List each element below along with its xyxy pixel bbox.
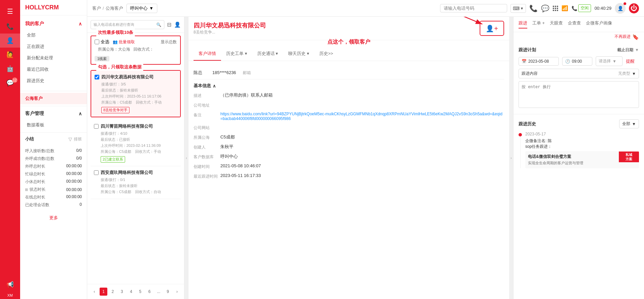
customer-mgmt-title[interactable]: 客户管理 ∧ [20, 108, 87, 119]
my-customers-title[interactable]: 我的客户 ∧ [20, 18, 87, 29]
nav-public-customers[interactable]: 公海客户 [20, 93, 87, 104]
nav-person-icon[interactable]: 👤 [0, 34, 20, 48]
left-nav-panel: HOLLYCRM 我的客户 ∧ 全部 正在跟进 新分配未处理 最近已回收 跟进历… [20, 0, 87, 299]
customer-item-2-header: 四川菁苗网络科技有限公司 [94, 123, 177, 129]
info-row-last-follow: 最近跟进时间 2023-05-11 16:17:33 [194, 173, 504, 179]
right-tab-tianyan[interactable]: 天眼查 [550, 20, 563, 28]
page-9[interactable]: 9 [164, 288, 171, 296]
page-5[interactable]: 5 [137, 288, 144, 296]
page-next[interactable]: › [173, 288, 181, 296]
nav-speaker-icon[interactable]: 📢 [0, 278, 20, 292]
nav-self-icon[interactable]: 🙋 [0, 48, 20, 62]
date-filter-chevron[interactable]: ▼ [635, 48, 639, 52]
right-tab-qichacha[interactable]: 企查查 [568, 20, 581, 28]
person-add-icon[interactable]: 👤 [174, 21, 181, 28]
customer-item-2-last-status: 最后状态：已接听 [94, 137, 177, 142]
hamburger-menu-icon[interactable]: ☰ [0, 3, 20, 19]
tab-history-calls[interactable]: 历史通话 ▾ [252, 47, 283, 61]
nav-data-dashboard[interactable]: 数据看板 [20, 119, 87, 131]
message-icon[interactable]: 💬 [541, 4, 549, 12]
content-area: 输入电话或名称进行查询 🔍 ⊟ 👤 次性最多领取10条 全选 👥 批量领取 [87, 17, 644, 299]
page-4[interactable]: 4 [127, 288, 135, 296]
customer-item-3-last-status: 最后状态：振铃未接听 [94, 183, 177, 188]
company-info: 四川华文易迅科技有限公司 8丢给竞争... [194, 21, 266, 35]
customer-item-3[interactable]: 西安鹿玖网络科技有限公司 接通/拨打：0/1 最后状态：振铃未接听 所属公海：C… [91, 166, 181, 199]
select-all-checkbox-wrap[interactable]: 全选 [95, 39, 109, 45]
tab-chat-history[interactable]: 聊天历史 ▾ [283, 47, 314, 61]
page-2[interactable]: 2 [109, 288, 116, 296]
customer-item-2-calls: 接通/拨打：4/10 [94, 131, 177, 136]
customer-search-box[interactable]: 输入电话或名称进行查询 🔍 [91, 20, 164, 29]
select-all-checkbox[interactable] [95, 40, 99, 44]
history-filter-dropdown[interactable]: 全部 ▼ [619, 119, 639, 128]
follow-textarea[interactable] [519, 81, 639, 108]
annotation-text-1: 次性最多领取10条 [96, 29, 135, 36]
filter-funnel-icon[interactable]: ⊟ [167, 21, 171, 28]
page-3[interactable]: 3 [118, 288, 125, 296]
phone-input[interactable] [444, 6, 503, 11]
tab-history-more[interactable]: 历史>> [314, 47, 338, 61]
customer-item-1[interactable]: 四川华文易迅科技有限公司 接通/拨打：3/5 最后状态：振铃未接听 上次外呼时间… [91, 71, 180, 117]
follow-date-input[interactable]: 📅 2023-05-08 [519, 57, 559, 66]
info-row-creator: 创建人 朱秋平 [194, 144, 504, 150]
right-tab-follow[interactable]: 跟进 [519, 20, 527, 28]
ranking-btn[interactable]: 排班 [74, 136, 82, 142]
user-avatar[interactable]: 👤 [615, 3, 626, 14]
info-row-desc: 描述 （已停用勿填）联系人邮箱 [194, 92, 504, 99]
nav-following[interactable]: 正在跟进 [20, 41, 87, 52]
right-tab-work-order[interactable]: 工单 + [532, 20, 545, 28]
phone-call-icon[interactable]: 📞 [529, 4, 538, 12]
grid-apps-icon[interactable] [553, 6, 558, 11]
more-btn[interactable]: 更多 [20, 212, 87, 224]
info-row-remarks: 备注 https://www.baidu.com/link?url=94BZPY… [194, 112, 504, 121]
show-total-btn[interactable]: 显示总数 [161, 39, 177, 45]
customer-item-2-name: 四川菁苗网络科技有限公司 [101, 123, 177, 129]
page-6[interactable]: 6 [146, 288, 153, 296]
tab-history-orders[interactable]: 历史工单 ▾ [221, 47, 252, 61]
customer-item-2-tag-wrap: 2已建立联系 [94, 155, 177, 163]
page-1[interactable]: 1 [100, 288, 107, 296]
dropdown-arrow-icon: ▼ [149, 6, 154, 11]
customer-item-2-checkbox[interactable] [94, 124, 99, 129]
no-follow-btn[interactable]: 不再跟进 [614, 34, 631, 40]
batch-claim-btn[interactable]: 👥 批量领取 [113, 39, 135, 45]
breadcrumb-customers[interactable]: 客户 [92, 5, 101, 11]
bookmark-icon[interactable]: 🔖 [632, 34, 639, 40]
customer-item-2[interactable]: 四川菁苗网络科技有限公司 接通/拨打：4/10 最后状态：已接听 上次外呼时间：… [91, 120, 181, 166]
call-center-dropdown[interactable]: 呼叫中心 ▼ [126, 4, 157, 13]
remarks-link[interactable]: https://www.baidu.com/link?url=94BZPYUNj… [220, 112, 504, 121]
nav-all[interactable]: 全部 [20, 29, 87, 41]
customer-item-3-checkbox[interactable] [94, 170, 99, 175]
filter-icon[interactable]: ▽ [68, 136, 72, 142]
history-timeline [519, 132, 522, 168]
customer-item-3-calls: 接通/拨打：0/1 [94, 177, 177, 182]
follow-remind-select[interactable]: 请选择 ▼ [596, 56, 623, 66]
page-prev[interactable]: ‹ [91, 288, 98, 296]
customer-item-1-sea: 所属公海：C5成都 回收方式：手动 [95, 100, 177, 105]
nav-follow-history[interactable]: 跟进历史 [20, 75, 87, 86]
right-tab-wechat-portrait[interactable]: 企微客户画像 [586, 20, 612, 28]
follow-time-input[interactable]: 🕐 09:00 [562, 57, 592, 66]
nav-robot-icon[interactable]: 🤖 [0, 62, 20, 76]
nav-recently-returned[interactable]: 最近已回收 [20, 64, 87, 75]
detail-header: 四川华文易迅科技有限公司 8丢给竞争... 跟进 [189, 17, 509, 40]
remind-btn[interactable]: 提醒 [626, 58, 635, 64]
keypad-icon: ⌨ [513, 6, 520, 11]
collapse-right-panel[interactable]: › [509, 17, 513, 299]
stat-row-3: 忙碌总时长 00:00:00 [25, 170, 82, 178]
customer-item-3-name: 西安鹿玖网络科技有限公司 [101, 170, 177, 176]
tab-customer-detail[interactable]: 客户详情 [194, 47, 221, 61]
nav-new-assigned[interactable]: 新分配未处理 [20, 52, 87, 64]
customer-item-1-checkbox[interactable] [95, 75, 99, 79]
keypad-dropdown-icon[interactable]: ⌨ ▼ [511, 4, 526, 13]
follow-type-select[interactable]: 跟进内容 无类型 ▼ [519, 69, 639, 78]
wifi-icon: 📶 [561, 5, 568, 11]
collapse-left-panel[interactable]: ‹ [184, 17, 189, 299]
breadcrumb-public[interactable]: 公海客户 [106, 5, 123, 11]
nav-chat-icon[interactable]: 💬 12 [0, 76, 20, 90]
nav-phone-icon[interactable]: 📞 [0, 19, 20, 34]
power-icon[interactable]: ⏻ [629, 3, 639, 13]
time-display: 00:40:29 [594, 6, 611, 11]
search-icon[interactable]: 🔍 [156, 22, 161, 27]
expand-icon[interactable]: ∧ [213, 83, 216, 88]
